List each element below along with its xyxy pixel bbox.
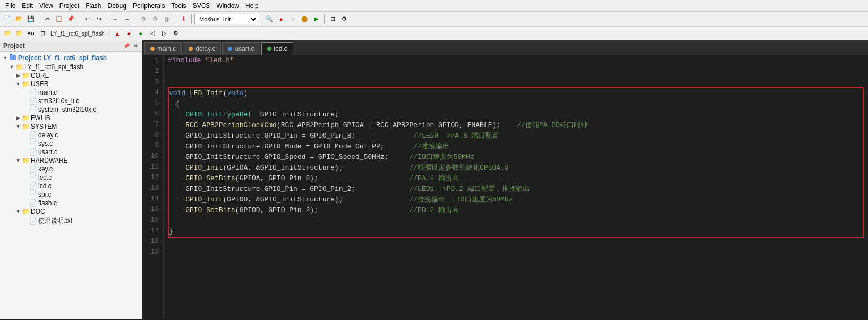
config-btn[interactable]: ⚙ xyxy=(339,14,350,24)
tree-sys-c[interactable]: 📄 sys.c xyxy=(0,139,142,148)
clean-button[interactable]: 🗑 xyxy=(161,14,172,24)
target-dropdown[interactable]: Mosbus_Init xyxy=(194,14,258,24)
debug-btn[interactable]: ● xyxy=(276,14,286,24)
cut-button[interactable]: ✂ xyxy=(42,14,53,24)
tab-main-c[interactable]: main.c xyxy=(144,42,182,55)
step-btn[interactable]: ⬤ xyxy=(299,14,310,24)
tree-system-stm32[interactable]: 📄 system_stm32f10x.c xyxy=(0,105,142,114)
tree-project-group[interactable]: ▼ 📁 LY_f1_rct6_spi_flash xyxy=(0,63,142,71)
project-icon xyxy=(8,53,17,62)
menu-debug[interactable]: Debug xyxy=(105,1,130,11)
ln-1: 1 xyxy=(147,55,159,66)
user-folder-icon: 📁 xyxy=(21,80,30,88)
stop-btn[interactable]: ○ xyxy=(287,14,298,24)
tree-key-c[interactable]: 📄 key.c xyxy=(0,165,142,173)
undo-button[interactable]: ↩ xyxy=(82,14,92,24)
open-button[interactable]: 📂 xyxy=(14,14,24,24)
toolbar-row-1: 📄 📂 💾 ✂ 📋 📌 ↩ ↪ ← → ⚙ ⚙ 🗑 ⬇ Mosbus_Init … xyxy=(0,12,868,27)
search-btn[interactable]: 🔍 xyxy=(264,14,275,24)
tb2-red[interactable]: ● xyxy=(124,28,134,39)
tab-led-c[interactable]: led.c xyxy=(261,42,293,55)
tree-led-c[interactable]: 📄 led.c xyxy=(0,173,142,182)
main-c-icon: 📄 xyxy=(29,89,37,96)
project-tree: ▼ Project: LY_f1_rct6_spi_flash ▼ 📁 LY_f… xyxy=(0,52,142,319)
ln-11: 11 xyxy=(147,162,159,172)
tree-project-root[interactable]: ▼ Project: LY_f1_rct6_spi_flash xyxy=(0,53,142,63)
download-button[interactable]: ⬇ xyxy=(178,14,189,24)
tab-label-usart-c: usart.c xyxy=(235,45,254,53)
save-button[interactable]: 💾 xyxy=(25,14,36,24)
lcd-c-label: lcd.c xyxy=(38,182,52,190)
code-line-13: GPIO_InitStructure.GPIO_Pin = GPIO_Pin_2… xyxy=(169,184,863,195)
menu-window[interactable]: Window xyxy=(213,1,242,11)
usart-c-icon: 📄 xyxy=(29,148,37,156)
tree-lcd-c[interactable]: 📄 lcd.c xyxy=(0,182,142,190)
sep6 xyxy=(191,14,192,24)
tab-delay-c[interactable]: delay.c xyxy=(183,42,221,55)
tree-spi-c[interactable]: 📄 spi.c xyxy=(0,190,142,199)
tree-hardware-folder[interactable]: ▼ 📁 HARDWARE xyxy=(0,156,142,165)
code-content[interactable]: #include "led.h" void LED_Init(void) { xyxy=(164,55,868,319)
tree-user-folder[interactable]: ▼ 📁 USER xyxy=(0,80,142,88)
fwlib-folder-icon: 📁 xyxy=(21,114,30,122)
tree-usart-c[interactable]: 📄 usart.c xyxy=(0,148,142,156)
tab-dot-delay-c xyxy=(189,47,193,51)
system-folder-label: SYSTEM xyxy=(31,123,57,130)
new-button[interactable]: 📄 xyxy=(2,14,13,24)
tb2-next[interactable]: ▷ xyxy=(159,28,169,39)
back-button[interactable]: ← xyxy=(110,14,121,24)
menu-view[interactable]: View xyxy=(36,1,56,11)
menu-peripherals[interactable]: Peripherals xyxy=(130,1,168,11)
tree-doc-folder[interactable]: ▼ 📁 DOC xyxy=(0,207,142,216)
fwlib-arrow: ▶ xyxy=(15,115,21,121)
copy-button[interactable]: 📋 xyxy=(54,14,64,24)
tb2-btn1[interactable]: 📁 xyxy=(2,28,13,39)
forward-button[interactable]: → xyxy=(122,14,132,24)
tb2-gear[interactable]: ⚙ xyxy=(171,28,181,39)
tree-fwlib-folder[interactable]: ▶ 📁 FWLIB xyxy=(0,114,142,122)
tb2-green[interactable]: ● xyxy=(135,28,146,39)
run-btn[interactable]: ▶ xyxy=(311,14,321,24)
ln-5: 5 xyxy=(147,98,159,108)
tb2-compile[interactable]: ▲ xyxy=(112,28,123,39)
main-c-label: main.c xyxy=(38,89,57,96)
tab-usart-c[interactable]: usart.c xyxy=(222,42,260,55)
panel-header-icons: 📌 ✕ xyxy=(122,43,139,49)
panel-close-icon[interactable]: ✕ xyxy=(132,43,139,49)
menu-flash[interactable]: Flash xyxy=(82,1,104,11)
menu-file[interactable]: File xyxy=(2,1,19,11)
code-line-2 xyxy=(168,66,864,77)
tb2-btn2[interactable]: 📁 xyxy=(14,28,24,39)
menu-edit[interactable]: Edit xyxy=(19,1,36,11)
ln-13: 13 xyxy=(147,183,159,193)
rebuild-button[interactable]: ⚙ xyxy=(150,14,160,24)
tree-delay-c[interactable]: 📄 delay.c xyxy=(0,131,142,139)
code-line-1: #include "led.h" xyxy=(168,55,864,66)
redo-button[interactable]: ↪ xyxy=(93,14,104,24)
ln-12: 12 xyxy=(147,172,159,183)
menu-tools[interactable]: Tools xyxy=(168,1,190,11)
menu-svcs[interactable]: SVCS xyxy=(190,1,214,11)
led-c-icon: 📄 xyxy=(29,174,37,181)
code-editor[interactable]: 1 2 3 4 5 6 7 8 9 10 11 12 13 14 15 16 1… xyxy=(142,55,868,319)
menu-project[interactable]: Project xyxy=(56,1,82,11)
paste-button[interactable]: 📌 xyxy=(65,14,76,24)
tree-flash-c[interactable]: 📄 flash.c xyxy=(0,199,142,207)
editor-area: main.c delay.c usart.c led.c 1 2 3 4 xyxy=(142,40,868,319)
tree-system-folder[interactable]: ▼ 📁 SYSTEM xyxy=(0,122,142,131)
system-folder-icon: 📁 xyxy=(21,123,30,130)
expand-arrow: ▼ xyxy=(2,55,8,61)
build-button[interactable]: ⚙ xyxy=(138,14,149,24)
doc-txt-icon: 📄 xyxy=(29,217,37,225)
panel-pin-icon[interactable]: 📌 xyxy=(122,43,131,49)
tree-core-folder[interactable]: ▶ 📁 CORE xyxy=(0,71,142,80)
tree-main-c[interactable]: 📄 main.c xyxy=(0,88,142,97)
line-numbers: 1 2 3 4 5 6 7 8 9 10 11 12 13 14 15 16 1… xyxy=(142,55,164,319)
menu-help[interactable]: Help xyxy=(242,1,262,11)
tree-stm32-it[interactable]: 📄 stm32f10x_it.c xyxy=(0,97,142,105)
tree-doc-txt[interactable]: 📄 使用说明.txt xyxy=(0,216,142,226)
tb2-btn3[interactable]: AB xyxy=(25,28,36,39)
view-btn[interactable]: ⊞ xyxy=(327,14,338,24)
tb2-btn4[interactable]: ⊟ xyxy=(37,28,48,39)
tb2-prev[interactable]: ◁ xyxy=(147,28,158,39)
